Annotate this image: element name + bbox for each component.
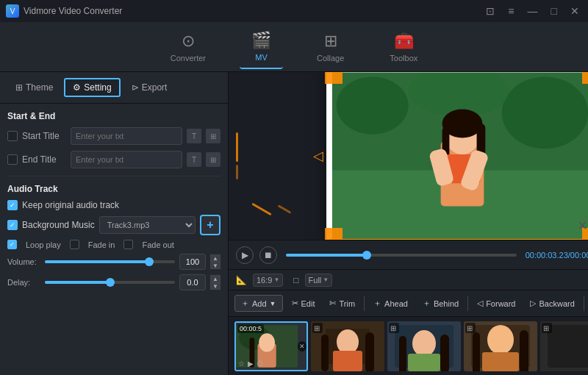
stop-button[interactable]: ⏹ bbox=[259, 246, 277, 264]
left-deco-2 bbox=[236, 165, 238, 179]
end-title-input[interactable] bbox=[71, 151, 182, 168]
film-item-5[interactable]: ⊞ bbox=[540, 321, 588, 371]
film-item-4-badge: ⊞ bbox=[465, 323, 476, 335]
film-controls-1: ☆ ▶ ⏱ bbox=[238, 360, 264, 368]
volume-spinner[interactable]: ▲ ▼ bbox=[210, 254, 220, 269]
svg-point-3 bbox=[502, 76, 588, 149]
film-play-icon[interactable]: ▶ bbox=[248, 360, 254, 368]
keep-original-checkbox[interactable] bbox=[7, 200, 18, 210]
volume-slider-fill bbox=[45, 260, 149, 263]
delay-label: Delay: bbox=[7, 278, 40, 287]
edit-button[interactable]: ✂ Edit bbox=[286, 296, 321, 310]
start-title-text-icon[interactable]: T bbox=[187, 129, 201, 143]
menu-btn[interactable]: ≡ bbox=[505, 4, 517, 18]
film-clock-icon[interactable]: ⏱ bbox=[257, 360, 264, 368]
quality-icon: □ bbox=[293, 275, 298, 285]
svg-rect-22 bbox=[333, 351, 362, 371]
tab-theme[interactable]: ⊞ Theme bbox=[7, 79, 61, 96]
quality-value: Full bbox=[309, 276, 322, 285]
background-music-checkbox[interactable] bbox=[7, 220, 18, 230]
volume-slider-track[interactable] bbox=[45, 260, 175, 263]
film-item-4[interactable]: ⊞ bbox=[464, 321, 537, 371]
play-button[interactable]: ▶ bbox=[236, 246, 254, 264]
nav-mv[interactable]: 🎬 MV bbox=[240, 25, 283, 69]
trim-button[interactable]: ✄ Trim bbox=[323, 296, 361, 310]
loop-play-label: Loop play bbox=[26, 240, 61, 249]
start-end-section-title: Start & End bbox=[7, 111, 220, 121]
film-item-1-close[interactable]: ✕ bbox=[298, 341, 306, 351]
nav-toolbox[interactable]: 🧰 Toolbox bbox=[378, 26, 429, 68]
background-music-row: Background Music Track3.mp3 + bbox=[7, 215, 220, 235]
export-icon: ⊳ bbox=[132, 82, 139, 93]
app-title: Vidmore Video Converter bbox=[24, 6, 122, 16]
add-dropdown-arrow[interactable]: ▼ bbox=[270, 300, 276, 307]
delay-value: 0.0 bbox=[179, 274, 206, 290]
delay-slider-thumb[interactable] bbox=[106, 278, 115, 287]
left-arrow-deco: ◁ bbox=[313, 148, 323, 164]
corner-bl bbox=[325, 228, 343, 240]
tab-export-label: Export bbox=[142, 82, 168, 93]
track-select[interactable]: Track3.mp3 bbox=[99, 216, 196, 234]
nav-converter[interactable]: ⊙ Converter bbox=[159, 26, 218, 68]
ratio-select[interactable]: 16:9 ▼ bbox=[253, 274, 283, 287]
volume-up-btn[interactable]: ▲ bbox=[210, 254, 220, 262]
ahead-icon: ＋ bbox=[373, 298, 381, 309]
start-title-grid-icon[interactable]: ⊞ bbox=[206, 129, 220, 143]
progress-thumb[interactable] bbox=[362, 251, 371, 260]
left-decorations bbox=[236, 132, 238, 179]
add-button[interactable]: ＋ Add ▼ bbox=[234, 295, 283, 312]
video-content: ✕ bbox=[329, 72, 588, 240]
loop-play-checkbox[interactable] bbox=[7, 240, 17, 249]
controls-bar: ▶ ⏹ 00:00:03.23/00:00:20.00 🔊 Export bbox=[229, 240, 588, 269]
mv-icon: 🎬 bbox=[251, 31, 271, 50]
delay-slider-track[interactable] bbox=[45, 281, 175, 284]
behind-button[interactable]: ＋ Behind bbox=[417, 296, 465, 311]
film-star-icon[interactable]: ☆ bbox=[238, 360, 245, 368]
nav-collage[interactable]: ⊞ Collage bbox=[305, 26, 356, 68]
fade-out-label: Fade out bbox=[142, 240, 173, 249]
end-title-grid-icon[interactable]: ⊞ bbox=[206, 152, 220, 167]
backward-button[interactable]: ▷ Backward bbox=[524, 296, 580, 310]
format-bar: 📐 16:9 ▼ □ Full ▼ bbox=[229, 269, 588, 290]
top-navigation: ⊙ Converter 🎬 MV ⊞ Collage 🧰 Toolbox bbox=[0, 22, 588, 72]
start-title-input[interactable] bbox=[71, 127, 182, 145]
subtitles-btn[interactable]: ⊡ bbox=[483, 4, 498, 18]
close-btn[interactable]: ✕ bbox=[567, 4, 582, 18]
svg-point-21 bbox=[337, 329, 359, 354]
volume-down-btn[interactable]: ▼ bbox=[210, 262, 220, 269]
tab-setting[interactable]: ⚙ Setting bbox=[64, 78, 120, 97]
trim-icon: ✄ bbox=[329, 299, 336, 308]
film-item-1-time: 00:00:5 bbox=[237, 324, 264, 333]
quality-select[interactable]: Full ▼ bbox=[305, 274, 333, 287]
film-item-2[interactable]: ⊞ bbox=[311, 321, 384, 371]
toolbox-icon: 🧰 bbox=[394, 32, 414, 51]
fade-in-checkbox[interactable] bbox=[70, 240, 79, 249]
delay-spinner[interactable]: ▲ ▼ bbox=[210, 275, 220, 290]
ahead-button[interactable]: ＋ Ahead bbox=[368, 296, 414, 311]
forward-button[interactable]: ◁ Forward bbox=[471, 296, 521, 310]
tab-export[interactable]: ⊳ Export bbox=[123, 79, 176, 96]
end-title-checkbox[interactable] bbox=[7, 154, 18, 165]
delay-down-btn[interactable]: ▼ bbox=[210, 282, 220, 290]
add-music-button[interactable]: + bbox=[200, 215, 220, 235]
aspect-ratio-icon: 📐 bbox=[236, 275, 247, 285]
progress-bar[interactable] bbox=[286, 254, 517, 257]
app-logo: V bbox=[6, 4, 19, 18]
fade-out-checkbox[interactable] bbox=[123, 240, 133, 249]
volume-slider-thumb[interactable] bbox=[145, 257, 154, 266]
delay-up-btn[interactable]: ▲ bbox=[210, 275, 220, 282]
start-title-checkbox[interactable] bbox=[7, 131, 18, 141]
maximize-btn[interactable]: □ bbox=[548, 4, 560, 18]
film-item-1[interactable]: 00:00:5 ✕ ☆ ▶ ⏱ bbox=[234, 321, 308, 371]
behind-icon: ＋ bbox=[423, 298, 431, 309]
end-title-text-icon[interactable]: T bbox=[187, 152, 201, 167]
grid-icon: ⊞ bbox=[15, 82, 23, 93]
fade-in-label: Fade in bbox=[88, 240, 115, 249]
end-title-label: End Title bbox=[22, 154, 66, 165]
minimize-btn[interactable]: — bbox=[525, 4, 541, 18]
film-item-3[interactable]: ⊞ bbox=[387, 321, 461, 371]
start-title-label: Start Title bbox=[22, 131, 66, 141]
forward-label: Forward bbox=[486, 299, 515, 308]
add-label: Add bbox=[252, 299, 267, 308]
svg-rect-38 bbox=[482, 352, 519, 371]
